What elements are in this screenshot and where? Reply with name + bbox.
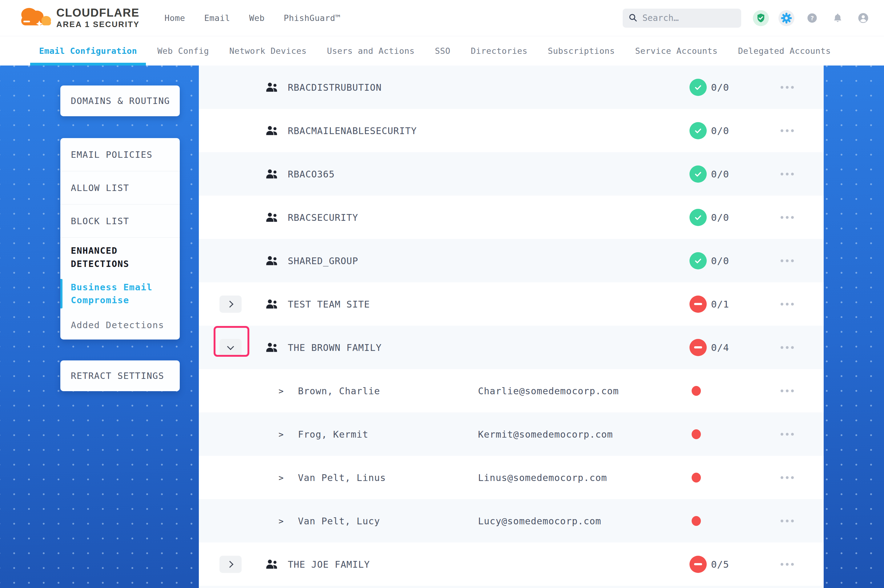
nav-home[interactable]: Home <box>155 13 195 23</box>
sidebar-item-added-detections[interactable]: Added Detections <box>60 310 180 339</box>
group-people-icon <box>265 212 278 223</box>
app-window: CLOUDFLARE AREA 1 SECURITY Home Email We… <box>0 0 884 588</box>
row-menu-button[interactable] <box>777 256 797 265</box>
group-count: 0/0 <box>711 168 729 180</box>
tab-delegated-accounts[interactable]: Delegated Accounts <box>728 36 841 66</box>
member-name: Frog, Kermit <box>298 429 368 440</box>
status-blocked-badge <box>690 556 707 573</box>
row-menu-button[interactable] <box>777 560 797 568</box>
domains-routing-label: DOMAINS & ROUTING <box>60 96 170 106</box>
member-email: Charlie@somedemocorp.com <box>478 386 619 396</box>
group-name: TEST TEAM SITE <box>288 298 370 309</box>
member-email: Kermit@somedemocorp.com <box>478 429 613 440</box>
group-row: SHARED_GROUP 0/0 <box>199 239 824 282</box>
primary-nav: Home Email Web PhishGuard™ <box>155 13 350 23</box>
group-name: THE JOE FAMILY <box>288 559 370 570</box>
settings-tab-bar: Email Configuration Web Config Network D… <box>0 36 884 66</box>
nav-email[interactable]: Email <box>195 13 240 23</box>
member-chevron-right-icon[interactable]: > <box>278 472 284 482</box>
group-count: 0/4 <box>711 342 729 353</box>
tab-sso[interactable]: SSO <box>425 36 460 66</box>
member-email: Lucy@somedemocorp.com <box>478 515 601 526</box>
svg-text:?: ? <box>810 15 814 22</box>
member-name: Van Pelt, Lucy <box>298 515 380 526</box>
member-status-dot <box>692 516 701 526</box>
member-status-dot <box>692 386 701 396</box>
account-icon[interactable] <box>855 10 871 26</box>
email-policies-card: EMAIL POLICIES ALLOW LIST BLOCK LIST ENH… <box>60 138 180 339</box>
chevron-right-icon <box>227 300 234 308</box>
top-bar: CLOUDFLARE AREA 1 SECURITY Home Email We… <box>0 0 884 36</box>
member-name: Van Pelt, Linus <box>298 472 386 483</box>
sidebar-item-retract-settings[interactable]: RETRACT SETTINGS <box>60 360 180 391</box>
chevron-right-icon <box>227 561 234 568</box>
status-ok-badge <box>690 122 707 139</box>
search-box[interactable] <box>623 9 741 28</box>
member-name: Brown, Charlie <box>298 386 380 396</box>
group-row: RBACDISTRUBUTION 0/0 <box>199 66 824 109</box>
shield-check-icon[interactable] <box>753 10 769 26</box>
status-ok-badge <box>690 165 707 183</box>
nav-web[interactable]: Web <box>239 13 274 23</box>
expand-group-button[interactable] <box>219 296 242 313</box>
logo-subtitle: AREA 1 SECURITY <box>56 20 140 28</box>
top-right-cluster: ? <box>623 9 871 28</box>
active-item-indicator <box>60 279 63 309</box>
row-menu-button[interactable] <box>777 213 797 222</box>
tab-service-accounts[interactable]: Service Accounts <box>625 36 728 66</box>
expand-group-button[interactable] <box>219 556 242 573</box>
search-input[interactable] <box>642 13 739 23</box>
sidebar-item-block-list[interactable]: BLOCK LIST <box>60 204 180 238</box>
row-menu-button[interactable] <box>777 430 797 438</box>
member-chevron-right-icon[interactable]: > <box>278 386 284 396</box>
group-name: RBACSECURITY <box>288 212 358 223</box>
tab-subscriptions[interactable]: Subscriptions <box>538 36 625 66</box>
tab-users-and-actions[interactable]: Users and Actions <box>317 36 425 66</box>
help-icon[interactable]: ? <box>804 10 820 26</box>
status-ok-badge <box>690 209 707 226</box>
cloudflare-cloud-icon <box>17 5 53 32</box>
row-menu-button[interactable] <box>777 126 797 135</box>
group-count: 0/0 <box>711 82 729 93</box>
member-chevron-right-icon[interactable]: > <box>278 429 284 439</box>
cloudflare-logo[interactable]: CLOUDFLARE AREA 1 SECURITY <box>17 5 140 32</box>
group-count: 0/5 <box>711 559 729 570</box>
row-menu-button[interactable] <box>777 170 797 178</box>
member-email: Linus@somedemocorp.com <box>478 472 607 483</box>
annotation-highlight-box <box>213 326 249 357</box>
sidebar-item-allow-list[interactable]: ALLOW LIST <box>60 171 180 204</box>
tab-web-config[interactable]: Web Config <box>147 36 219 66</box>
row-menu-button[interactable] <box>777 386 797 395</box>
group-name: THE BROWN FAMILY <box>288 342 382 353</box>
member-status-dot <box>692 429 701 439</box>
group-people-icon <box>265 81 278 93</box>
group-people-icon <box>265 125 278 136</box>
member-chevron-right-icon[interactable]: > <box>278 516 284 526</box>
tab-directories[interactable]: Directories <box>460 36 537 66</box>
group-row: RBACMAILENABLESECURITY 0/0 <box>199 109 824 152</box>
settings-gear-icon[interactable] <box>779 10 794 26</box>
group-row: RBACO365 0/0 <box>199 152 824 196</box>
sidebar-item-business-email-compromise[interactable]: Business Email Compromise <box>60 277 180 310</box>
group-name: SHARED_GROUP <box>288 255 358 266</box>
group-people-icon <box>265 168 278 180</box>
group-name: RBACDISTRUBUTION <box>288 82 382 93</box>
status-blocked-badge <box>690 296 707 313</box>
row-menu-button[interactable] <box>777 516 797 525</box>
tab-network-devices[interactable]: Network Devices <box>219 36 317 66</box>
sidebar-section-enhanced-detections: ENHANCED DETECTIONS <box>60 238 180 277</box>
tab-email-configuration[interactable]: Email Configuration <box>29 36 147 66</box>
member-row: > Van Pelt, Lucy Lucy@somedemocorp.com <box>199 499 824 543</box>
notifications-bell-icon[interactable] <box>830 10 845 26</box>
row-menu-button[interactable] <box>777 473 797 482</box>
group-count: 0/1 <box>711 298 729 310</box>
sidebar-item-domains-routing[interactable]: DOMAINS & ROUTING <box>60 86 180 116</box>
row-menu-button[interactable] <box>777 343 797 352</box>
row-menu-button[interactable] <box>777 83 797 92</box>
member-row: > Brown, Charlie Charlie@somedemocorp.co… <box>199 369 824 412</box>
member-status-dot <box>692 472 701 483</box>
sidebar-item-email-policies[interactable]: EMAIL POLICIES <box>60 138 180 171</box>
row-menu-button[interactable] <box>777 300 797 309</box>
nav-phishguard[interactable]: PhishGuard™ <box>274 13 350 23</box>
group-people-icon <box>265 342 278 353</box>
